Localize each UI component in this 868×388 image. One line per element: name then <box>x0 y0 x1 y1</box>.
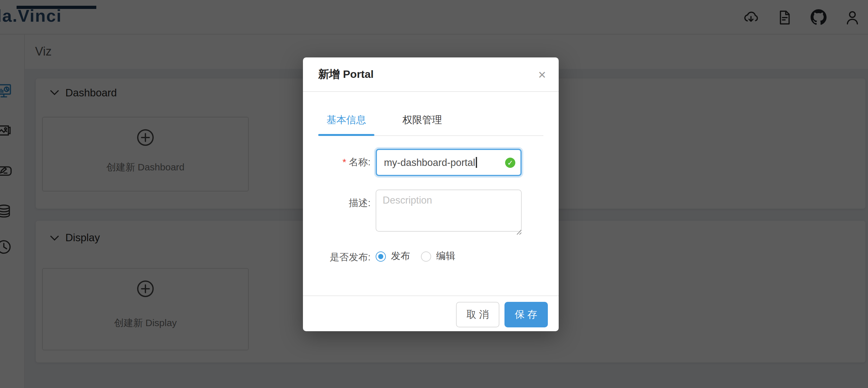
valid-check-icon: ✓ <box>505 157 515 168</box>
add-portal-modal: 新增 Portal ✕ 基本信息 权限管理 *名称: my-dashboard-… <box>303 57 559 331</box>
portal-name-value: my-dashboard-portal <box>384 157 475 168</box>
publish-radio-group: 发布 编辑 <box>376 250 455 262</box>
radio-publish-selected[interactable] <box>376 251 386 261</box>
radio-edit[interactable] <box>421 251 431 261</box>
portal-name-input[interactable]: my-dashboard-portal ✓ <box>376 149 522 176</box>
save-button[interactable]: 保 存 <box>504 301 548 327</box>
tab-basic-info[interactable]: 基本信息 <box>318 112 374 128</box>
radio-publish-label[interactable]: 发布 <box>391 250 410 262</box>
active-tab-indicator <box>318 134 374 136</box>
close-icon[interactable]: ✕ <box>527 59 557 91</box>
name-field-label: *名称: <box>312 156 371 169</box>
tab-permissions[interactable]: 权限管理 <box>394 112 450 128</box>
required-asterisk: * <box>342 156 346 167</box>
text-caret <box>476 157 477 168</box>
description-field-label: 描述: <box>312 197 371 209</box>
resize-handle-icon[interactable] <box>515 226 522 237</box>
davinci-app: da.Vinci <box>0 0 868 388</box>
modal-footer: 取 消 保 存 <box>303 295 559 331</box>
cancel-button[interactable]: 取 消 <box>456 301 499 327</box>
modal-title: 新增 Portal <box>318 57 374 91</box>
modal-header: 新增 Portal ✕ <box>303 57 559 92</box>
radio-edit-label[interactable]: 编辑 <box>436 250 455 262</box>
description-textarea[interactable] <box>376 189 522 232</box>
publish-field-label: 是否发布: <box>312 251 371 264</box>
